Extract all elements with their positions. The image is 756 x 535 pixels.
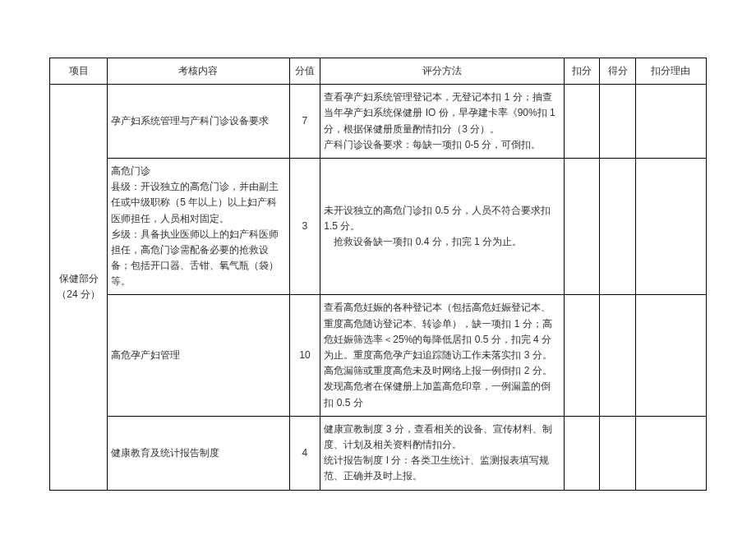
score-cell: 10 bbox=[289, 295, 320, 416]
reason-cell bbox=[635, 158, 706, 295]
header-reason: 扣分理由 bbox=[635, 58, 706, 85]
project-cell: 保健部分（24 分） bbox=[50, 85, 108, 490]
gain-cell bbox=[600, 85, 635, 159]
gain-cell bbox=[600, 416, 635, 490]
gain-cell bbox=[600, 158, 635, 295]
header-method: 评分方法 bbox=[320, 58, 565, 85]
table-header-row: 项目 考核内容 分值 评分方法 扣分 得分 扣分理由 bbox=[50, 58, 707, 85]
method-cell: 健康宣教制度 3 分，查看相关的设备、宣传材料、制度、计划及相关资料酌情扣分。统… bbox=[320, 416, 565, 490]
gain-cell bbox=[600, 295, 635, 416]
header-score: 分值 bbox=[289, 58, 320, 85]
score-cell: 3 bbox=[289, 158, 320, 295]
header-deduct: 扣分 bbox=[565, 58, 600, 85]
assessment-table: 项目 考核内容 分值 评分方法 扣分 得分 扣分理由 保健部分（24 分） 孕产… bbox=[49, 58, 707, 491]
content-cell: 高危孕产妇管理 bbox=[108, 295, 289, 416]
method-cell: 未开设独立的高危门诊扣 0.5 分，人员不符合要求扣 1.5 分。 抢救设备缺一… bbox=[320, 158, 565, 295]
deduct-cell bbox=[565, 416, 600, 490]
method-cell: 查看高危妊娠的各种登记本（包括高危妊娠登记本、重度高危随访登记本、转诊单），缺一… bbox=[320, 295, 565, 416]
reason-cell bbox=[635, 416, 706, 490]
content-cell: 健康教育及统计报告制度 bbox=[108, 416, 289, 490]
deduct-cell bbox=[565, 85, 600, 159]
table-row: 高危门诊县级：开设独立的高危门诊，并由副主任或中级职称（5 年以上）以上妇产科医… bbox=[50, 158, 707, 295]
content-cell: 孕产妇系统管理与产科门诊设备要求 bbox=[108, 85, 289, 159]
header-project: 项目 bbox=[50, 58, 108, 85]
score-cell: 4 bbox=[289, 416, 320, 490]
reason-cell bbox=[635, 85, 706, 159]
deduct-cell bbox=[565, 295, 600, 416]
table-row: 健康教育及统计报告制度 4 健康宣教制度 3 分，查看相关的设备、宣传材料、制度… bbox=[50, 416, 707, 490]
header-content: 考核内容 bbox=[108, 58, 289, 85]
reason-cell bbox=[635, 295, 706, 416]
table-row: 高危孕产妇管理 10 查看高危妊娠的各种登记本（包括高危妊娠登记本、重度高危随访… bbox=[50, 295, 707, 416]
deduct-cell bbox=[565, 158, 600, 295]
method-cell: 查看孕产妇系统管理登记本，无登记本扣 1 分；抽查当年孕产妇系统保健册 IO 份… bbox=[320, 85, 565, 159]
content-cell: 高危门诊县级：开设独立的高危门诊，并由副主任或中级职称（5 年以上）以上妇产科医… bbox=[108, 158, 289, 295]
score-cell: 7 bbox=[289, 85, 320, 159]
table-row: 保健部分（24 分） 孕产妇系统管理与产科门诊设备要求 7 查看孕产妇系统管理登… bbox=[50, 85, 707, 159]
header-gain: 得分 bbox=[600, 58, 635, 85]
